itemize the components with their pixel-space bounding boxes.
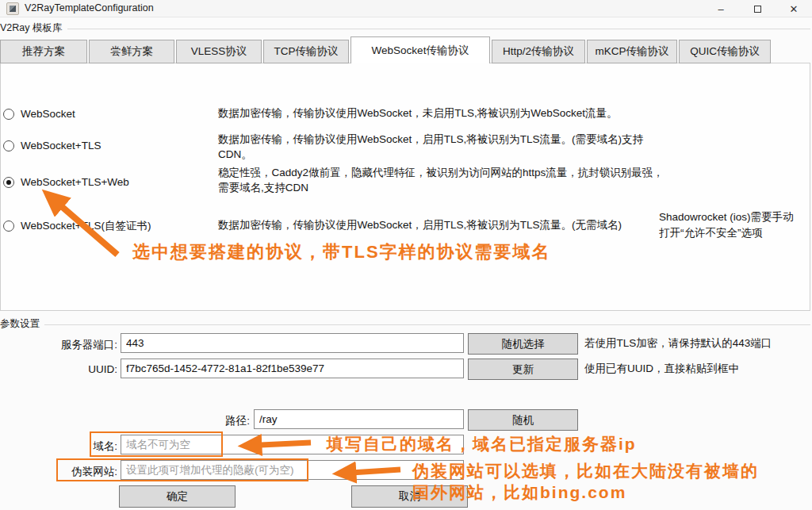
app-window: V2RayTemplateConfiguration – ✕ V2Ray 模板库… <box>0 0 812 510</box>
group-parameters-label: 参数设置 <box>0 317 40 331</box>
port-note: 若使用TLS加密，请保持默认的443端口 <box>584 336 772 351</box>
radio-circle-icon[interactable] <box>3 109 14 120</box>
close-icon[interactable]: ✕ <box>776 0 812 17</box>
tab-fresh[interactable]: 尝鲜方案 <box>89 40 174 63</box>
title-bar: V2RayTemplateConfiguration – ✕ <box>0 0 812 17</box>
group-template-library-label: V2Ray 模板库 <box>0 21 63 35</box>
tab-tcp[interactable]: TCP传输协议 <box>263 40 349 63</box>
window-controls: – ✕ <box>703 0 812 17</box>
uuid-note: 使用已有UUID，直接粘贴到框中 <box>584 362 739 376</box>
tab-vless[interactable]: VLESS协议 <box>176 40 262 63</box>
annotation-highlight-fake-site <box>56 458 308 481</box>
tab-quic[interactable]: QUIC传输协议 <box>679 40 771 63</box>
radio-websocket-tls[interactable]: WebSocket+TLS <box>3 140 101 151</box>
window-title: V2RayTemplateConfiguration <box>25 2 154 13</box>
desc-websocket-tls-web: 稳定性强，Caddy2做前置，隐藏代理特征，被识别为访问网站的https流量，抗… <box>218 165 672 195</box>
tab-recommended[interactable]: 推荐方案 <box>0 40 87 63</box>
shadowrocket-note: Shadowrocket (ios)需要手动 打开“允许不安全”选项 <box>659 209 806 240</box>
port-input[interactable] <box>121 333 464 353</box>
maximize-glyph <box>754 6 761 13</box>
annotation-arrow-fake-site <box>327 464 407 481</box>
port-label: 服务器端口: <box>32 338 117 352</box>
annotation-highlight-domain <box>90 431 223 457</box>
group-divider <box>44 324 810 325</box>
app-icon <box>6 2 19 15</box>
radio-websocket[interactable]: WebSocket <box>3 108 75 120</box>
desc-websocket: 数据加密传输，传输协议使用WebSocket，未启用TLS,将被识别为WebSo… <box>218 105 672 121</box>
radio-selected-icon[interactable] <box>3 177 14 188</box>
uuid-label: UUID: <box>32 363 117 375</box>
random-select-button[interactable]: 随机选择 <box>468 333 578 355</box>
ok-button[interactable]: 确定 <box>119 485 236 508</box>
annotation-fake-site-tip: 伪装网站可以选填，比如在大陆没有被墙的 国外网站，比如bing.com <box>412 460 759 504</box>
minimize-icon[interactable]: – <box>703 0 739 17</box>
annotation-domain-tip: 填写自己的域名，域名已指定服务器ip <box>327 433 637 454</box>
radio-websocket-label: WebSocket <box>21 108 75 120</box>
uuid-input[interactable] <box>121 359 464 378</box>
group-parameters: 参数设置 <box>0 317 810 331</box>
annotation-protocol-tip: 选中想要搭建的协议，带TLS字样的协议需要域名 <box>132 241 551 264</box>
annotation-arrow-protocol <box>30 185 129 263</box>
tab-websocket[interactable]: WebSocket传输协议 <box>350 36 490 63</box>
update-uuid-button[interactable]: 更新 <box>468 359 578 380</box>
group-template-library: V2Ray 模板库 <box>0 21 810 35</box>
maximize-icon[interactable] <box>739 0 776 17</box>
annotation-arrow-domain <box>232 436 317 454</box>
group-divider <box>67 29 811 29</box>
tab-http2[interactable]: Http/2传输协议 <box>492 40 585 63</box>
radio-websocket-tls-label: WebSocket+TLS <box>21 140 101 151</box>
path-input[interactable] <box>254 409 464 429</box>
random-path-button[interactable]: 随机 <box>468 409 578 431</box>
radio-circle-icon[interactable] <box>3 140 14 151</box>
desc-websocket-tls-selfsigned: 数据加密传输，传输协议使用WebSocket，启用TLS,将被识别为TLS流量。… <box>218 217 672 232</box>
desc-websocket-tls: 数据加密传输，传输协议使用WebSocket，启用TLS,将被识别为TLS流量。… <box>218 132 672 162</box>
path-label: 路径: <box>190 414 250 428</box>
tab-mkcp[interactable]: mKCP传输协议 <box>587 40 677 63</box>
radio-circle-icon[interactable] <box>3 220 14 232</box>
